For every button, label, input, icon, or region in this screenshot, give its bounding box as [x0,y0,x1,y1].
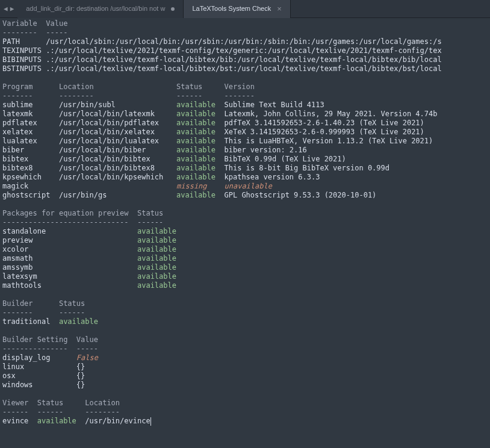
program-name: biber [2,146,55,154]
packages-header: Packages for equation preview Status [2,209,163,217]
builders-dashes: ------- ------ [2,308,85,317]
program-location [55,182,176,190]
var-name: PATH [2,37,46,46]
viewer-location: /usr/bin/evince [76,417,150,425]
program-version: This is LuaHBTeX, Version 1.13.2 (TeX Li… [216,137,433,145]
program-location: /usr/local/bin/kpsewhich [55,173,176,181]
program-status: available [176,146,216,154]
var-value: .:/usr/local/texlive/2021/texmf-config/t… [46,46,441,55]
editor-content[interactable]: Variable Value -------- ----- PATH /usr/… [0,18,490,427]
vars-header: Variable Value [2,19,67,28]
tab-dirty-indicator-icon [171,7,175,11]
program-status: available [176,155,216,163]
program-location: /usr/bin/subl [55,101,176,109]
package-status: available [137,245,176,254]
program-location: /usr/local/bin/xelatex [55,128,176,136]
var-value: .:/usr/local/texlive/texmf-local/bibtex/… [46,55,441,64]
package-status: available [137,263,176,272]
program-status: available [176,173,216,181]
programs-header: Program Location Status Version [2,82,255,91]
tab-inactive[interactable]: add_link_dir_dir: destination /usr/local… [17,0,184,18]
builder-status: available [59,317,98,326]
var-value: /usr/local/sbin:/usr/local/bin:/usr/sbin… [46,37,441,46]
viewer-header: Viewer Status Location [2,399,120,407]
tab-bar: ◀ ▶ add_link_dir_dir: destination /usr/l… [0,0,490,18]
package-status: available [137,227,176,235]
program-status: available [176,164,216,172]
program-name: bibtex8 [2,164,55,172]
builders-header: Builder Status [2,299,85,308]
var-name: BSTINPUTS [2,64,46,73]
program-status: available [176,119,216,127]
program-location: /usr/local/bin/pdflatex [55,119,176,127]
program-version: biber version: 2.16 [216,146,307,154]
tab-inactive-label: add_link_dir_dir: destination /usr/local… [26,4,165,13]
viewer-dashes: ------ ------ -------- [2,408,120,416]
text-cursor [150,417,151,426]
program-name: kpsewhich [2,173,55,181]
program-status: missing [176,182,207,190]
var-name: TEXINPUTS [2,46,46,55]
program-name: latexmk [2,110,55,118]
bsettings-header: Builder Setting Value [2,335,98,344]
tab-nav-left-icon[interactable]: ◀ [4,4,8,13]
tab-nav-right-icon[interactable]: ▶ [10,4,14,13]
bsetting-value: False [76,353,98,362]
var-name: BIBINPUTS [2,55,46,64]
package-status: available [137,236,176,244]
program-status: available [176,128,216,136]
program-name: bibtex [2,155,55,163]
package-name: amsmath [2,254,137,263]
bsetting-value: {} [76,381,85,389]
program-status: available [176,101,216,109]
program-version: BibTeX 0.99d (TeX Live 2021) [216,155,346,163]
program-location: /usr/local/bin/latexmk [55,110,176,118]
viewer-status: available [37,417,76,425]
program-version: unavailable [207,182,272,190]
program-status: available [176,137,216,145]
program-name: sublime [2,101,55,109]
bsetting-name: linux [2,362,76,371]
builder-name: traditional [2,317,59,326]
package-name: mathtools [2,281,137,290]
program-location: /usr/local/bin/lualatex [55,137,176,145]
program-version: kpathsea version 6.3.3 [216,173,320,181]
program-location: /usr/local/bin/biber [55,146,176,154]
program-version: This is 8-bit Big BibTeX version 0.99d [216,164,389,172]
package-name: amssymb [2,263,137,272]
program-status: available [176,110,216,118]
program-name: ghostscript [2,191,55,199]
tab-active-label: LaTeXTools System Check [192,4,271,13]
program-status: available [176,191,216,199]
program-version: Sublime Text Build 4113 [216,101,324,109]
programs-dashes: ------- -------- ------ ------- [2,92,255,100]
package-status: available [137,272,176,281]
bsetting-name: windows [2,381,76,389]
tab-active[interactable]: LaTeXTools System Check × [184,0,290,18]
package-status: available [137,254,176,263]
program-version: pdfTeX 3.141592653-2.6-1.40.23 (TeX Live… [216,119,424,127]
bsetting-value: {} [76,362,85,371]
program-location: /usr/bin/gs [55,191,176,199]
bsetting-value: {} [76,372,85,380]
program-name: magick [2,182,55,190]
packages-dashes: ----------------------------- ------ [2,218,163,226]
program-name: xelatex [2,128,55,136]
tab-close-icon[interactable]: × [277,4,282,13]
program-location: /usr/local/bin/bibtex [55,155,176,163]
bsetting-name: osx [2,372,76,380]
program-name: pdflatex [2,119,55,127]
program-name: lualatex [2,137,55,145]
package-name: standalone [2,227,137,235]
var-value: .:/usr/local/texlive/texmf-local/bibtex/… [46,64,441,73]
bsetting-name: display_log [2,353,76,362]
package-name: preview [2,236,137,244]
package-name: latexsym [2,272,137,281]
package-status: available [137,281,176,290]
viewer-name: evince [2,417,37,425]
bsettings-dashes: --------------- ----- [2,344,98,353]
tab-nav-arrows: ◀ ▶ [0,4,17,13]
program-location: /usr/local/bin/bibtex8 [55,164,176,172]
vars-dashes: -------- ----- [2,28,67,37]
program-version: XeTeX 3.141592653-2.6-0.999993 (TeX Live… [216,128,424,136]
